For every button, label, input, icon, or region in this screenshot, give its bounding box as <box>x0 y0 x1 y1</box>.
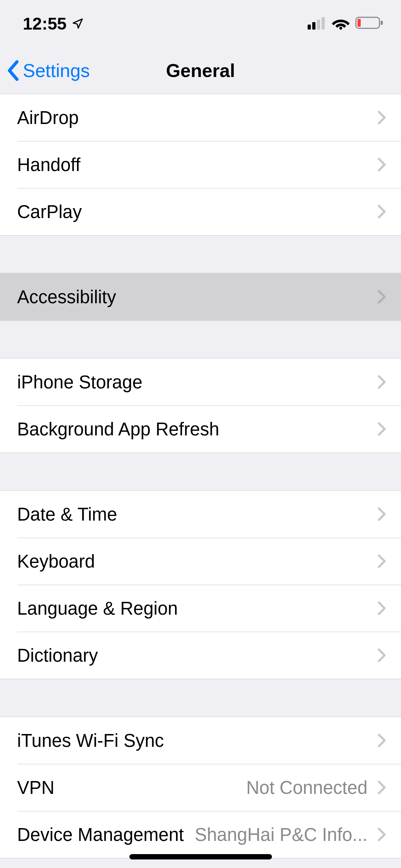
settings-row-accessibility[interactable]: Accessibility <box>0 273 401 320</box>
svg-point-4 <box>339 27 342 30</box>
list-group: AirDrop Handoff CarPlay <box>0 94 401 236</box>
chevron-right-icon <box>377 648 386 662</box>
chevron-left-icon <box>6 60 20 81</box>
row-label: Dictionary <box>17 645 98 666</box>
settings-row-background-app-refresh[interactable]: Background App Refresh <box>0 405 401 453</box>
status-bar: 12:55 <box>0 0 401 47</box>
nav-title: General <box>166 60 235 81</box>
settings-row-dictionary[interactable]: Dictionary <box>0 632 401 679</box>
row-label: Date & Time <box>17 504 117 525</box>
settings-row-keyboard[interactable]: Keyboard <box>0 538 401 585</box>
settings-row-carplay[interactable]: CarPlay <box>0 188 401 235</box>
svg-rect-6 <box>358 19 361 27</box>
home-indicator[interactable] <box>129 854 272 859</box>
chevron-right-icon <box>377 375 386 389</box>
chevron-right-icon <box>377 110 386 125</box>
row-label: CarPlay <box>17 201 82 222</box>
chevron-right-icon <box>377 422 386 436</box>
row-label: AirDrop <box>17 107 79 128</box>
wifi-icon <box>332 14 350 33</box>
row-label: iPhone Storage <box>17 372 143 393</box>
list-group: Date & Time Keyboard Language & Region D… <box>0 490 401 679</box>
row-label: Handoff <box>17 154 81 175</box>
svg-rect-1 <box>312 22 315 30</box>
row-label: Language & Region <box>17 598 178 619</box>
status-left: 12:55 <box>23 14 84 33</box>
chevron-right-icon <box>377 507 386 521</box>
settings-row-language-region[interactable]: Language & Region <box>0 585 401 632</box>
row-label: Accessibility <box>17 286 116 308</box>
chevron-right-icon <box>377 290 386 304</box>
row-detail: Not Connected <box>61 777 367 798</box>
chevron-right-icon <box>377 827 386 842</box>
settings-row-handoff[interactable]: Handoff <box>0 141 401 188</box>
settings-row-airdrop[interactable]: AirDrop <box>0 94 401 141</box>
nav-bar: Settings General <box>0 47 401 94</box>
row-label: iTunes Wi-Fi Sync <box>17 730 164 751</box>
chevron-right-icon <box>377 554 386 568</box>
battery-icon <box>355 14 384 33</box>
row-detail: ShangHai P&C Info... <box>190 824 367 845</box>
chevron-right-icon <box>377 205 386 219</box>
svg-rect-3 <box>322 17 325 30</box>
settings-row-date-time[interactable]: Date & Time <box>0 491 401 538</box>
list-group: iTunes Wi-Fi Sync VPN Not Connected Devi… <box>0 717 401 858</box>
settings-row-itunes-wifi-sync[interactable]: iTunes Wi-Fi Sync <box>0 717 401 764</box>
chevron-right-icon <box>377 601 386 615</box>
back-label: Settings <box>23 60 90 81</box>
settings-row-iphone-storage[interactable]: iPhone Storage <box>0 358 401 405</box>
svg-rect-0 <box>308 25 311 30</box>
cellular-icon <box>308 14 326 33</box>
row-label: Keyboard <box>17 551 95 572</box>
status-time: 12:55 <box>23 14 67 33</box>
settings-row-vpn[interactable]: VPN Not Connected <box>0 764 401 811</box>
list-group: Accessibility <box>0 273 401 321</box>
status-right <box>308 14 384 33</box>
location-icon <box>72 14 84 33</box>
chevron-right-icon <box>377 157 386 172</box>
chevron-right-icon <box>377 733 386 748</box>
row-label: VPN <box>17 777 55 798</box>
back-button[interactable]: Settings <box>6 60 90 81</box>
row-label: Background App Refresh <box>17 419 219 440</box>
list-group: iPhone Storage Background App Refresh <box>0 358 401 453</box>
svg-rect-2 <box>317 20 320 30</box>
chevron-right-icon <box>377 780 386 795</box>
settings-row-device-management[interactable]: Device Management ShangHai P&C Info... <box>0 811 401 858</box>
row-label: Device Management <box>17 824 184 845</box>
svg-rect-7 <box>381 21 383 25</box>
